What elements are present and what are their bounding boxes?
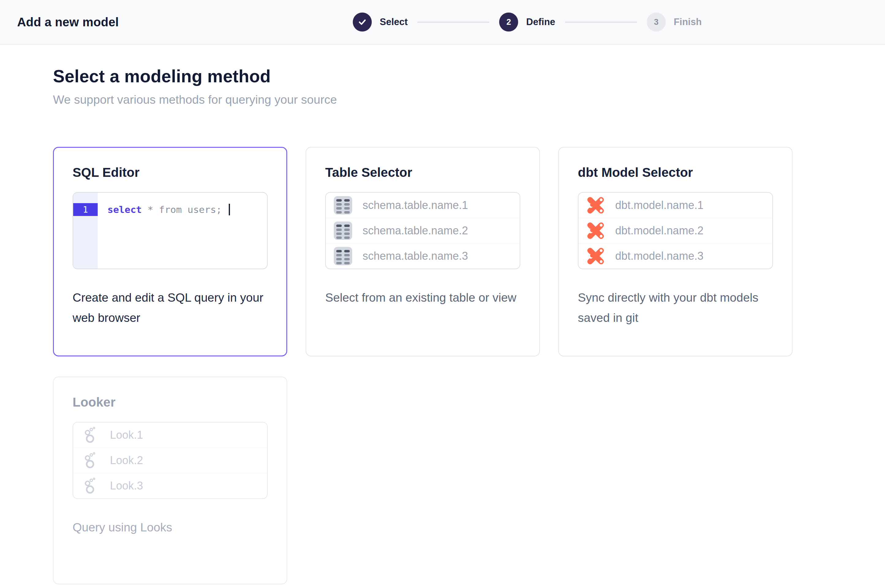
- list-item: dbt.model.name.1: [578, 193, 772, 218]
- sql-active-line-highlight: 1: [73, 203, 98, 216]
- sql-code-line: select * from users;: [107, 203, 230, 216]
- card-looker-title: Looker: [72, 395, 268, 410]
- modal-title: Add a new model: [17, 15, 119, 29]
- dbt-list-preview: dbt.model.name.1 dbt.model.name.2 dbt.mo…: [578, 192, 773, 269]
- list-item: schema.table.name.3: [326, 243, 520, 268]
- list-item: Look.3: [73, 473, 267, 498]
- step-finish-number: 3: [654, 18, 659, 27]
- add-model-modal: Add a new model Select 2 Define: [0, 0, 885, 588]
- list-item: dbt.model.name.2: [578, 218, 772, 243]
- sql-code-preview: 1 select * from users;: [72, 192, 268, 269]
- step-define-number: 2: [507, 18, 511, 27]
- stepper-connector: [565, 22, 637, 22]
- card-dbt-selector-description: Sync directly with your dbt models saved…: [578, 288, 773, 328]
- looker-list-preview: Look.1 Look.2 Look.3: [72, 422, 268, 499]
- stepper-connector: [417, 22, 489, 22]
- step-define[interactable]: 2 Define: [499, 12, 555, 32]
- step-select[interactable]: Select: [353, 12, 408, 32]
- card-table-selector-description: Select from an existing table or view: [325, 288, 520, 308]
- dbt-logo-icon: [586, 246, 605, 266]
- look-name: Look.3: [110, 479, 143, 492]
- list-item: Look.1: [73, 423, 267, 448]
- card-dbt-selector-title: dbt Model Selector: [578, 165, 773, 180]
- dbt-model-name: dbt.model.name.3: [615, 250, 703, 262]
- sql-code-rest: * from users;: [142, 204, 227, 215]
- looker-logo-icon: [81, 477, 100, 494]
- table-icon: [333, 246, 353, 266]
- look-name: Look.1: [110, 429, 143, 441]
- table-list-preview: schema.table.name.1 schema.table.name.2 …: [325, 192, 520, 269]
- table-name: schema.table.name.3: [363, 250, 468, 262]
- list-item: Look.2: [73, 448, 267, 473]
- card-sql-editor-title: SQL Editor: [72, 165, 268, 180]
- card-looker: Looker Look.1 Look.2: [53, 376, 287, 584]
- check-icon: [358, 18, 367, 27]
- modal-header: Add a new model Select 2 Define: [0, 0, 885, 45]
- dbt-model-name: dbt.model.name.1: [615, 199, 703, 212]
- card-table-selector[interactable]: Table Selector schema.table.name.1 schem…: [306, 147, 540, 356]
- card-sql-editor[interactable]: SQL Editor 1 select * from users; Create…: [53, 147, 287, 356]
- page-title: Select a modeling method: [53, 66, 885, 86]
- step-define-indicator[interactable]: 2: [499, 12, 518, 32]
- list-item: dbt.model.name.3: [578, 243, 772, 268]
- step-select-indicator[interactable]: [353, 12, 372, 32]
- stepper: Select 2 Define 3 Finish: [353, 0, 701, 44]
- method-cards-grid: SQL Editor 1 select * from users; Create…: [53, 147, 885, 584]
- step-finish: 3 Finish: [647, 12, 701, 32]
- modal-body: Select a modeling method We support vari…: [0, 45, 885, 584]
- card-table-selector-title: Table Selector: [325, 165, 520, 180]
- table-name: schema.table.name.1: [363, 199, 468, 212]
- step-select-label: Select: [380, 16, 408, 27]
- sql-keyword: select: [107, 204, 142, 215]
- list-item: schema.table.name.2: [326, 218, 520, 243]
- step-define-label: Define: [526, 16, 555, 27]
- table-icon: [333, 221, 353, 240]
- dbt-logo-icon: [586, 221, 605, 240]
- page-subtitle: We support various methods for querying …: [53, 93, 885, 106]
- look-name: Look.2: [110, 454, 143, 467]
- card-looker-description: Query using Looks: [72, 518, 268, 537]
- step-finish-label: Finish: [674, 16, 701, 27]
- dbt-model-name: dbt.model.name.2: [615, 224, 703, 237]
- step-finish-indicator: 3: [647, 12, 666, 32]
- text-cursor: [229, 204, 230, 215]
- list-item: schema.table.name.1: [326, 193, 520, 218]
- card-dbt-selector[interactable]: dbt Model Selector dbt.model.name.1 dbt.…: [558, 147, 793, 356]
- sql-line-number: 1: [83, 205, 88, 215]
- card-sql-editor-description: Create and edit a SQL query in your web …: [72, 288, 268, 328]
- looker-logo-icon: [81, 426, 100, 444]
- dbt-logo-icon: [586, 195, 605, 215]
- looker-logo-icon: [81, 452, 100, 469]
- table-icon: [333, 195, 353, 215]
- table-name: schema.table.name.2: [363, 224, 468, 237]
